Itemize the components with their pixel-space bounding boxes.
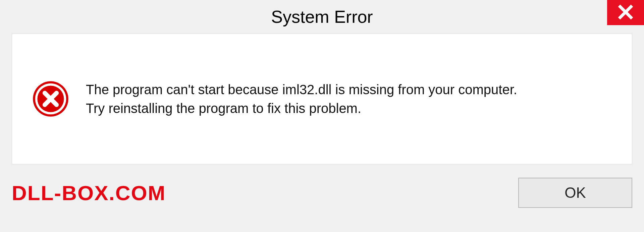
- titlebar: System Error: [0, 0, 644, 34]
- content-panel: The program can't start because iml32.dl…: [12, 34, 632, 164]
- close-icon: [618, 4, 634, 21]
- close-button[interactable]: [607, 0, 644, 25]
- error-message: The program can't start because iml32.dl…: [86, 80, 517, 118]
- watermark-text: DLL-BOX.COM: [12, 181, 166, 205]
- error-message-line2: Try reinstalling the program to fix this…: [86, 99, 517, 118]
- footer: DLL-BOX.COM OK: [12, 178, 632, 208]
- error-icon: [32, 80, 69, 117]
- error-message-line1: The program can't start because iml32.dl…: [86, 80, 517, 99]
- ok-button[interactable]: OK: [518, 178, 632, 208]
- dialog-title: System Error: [271, 7, 373, 27]
